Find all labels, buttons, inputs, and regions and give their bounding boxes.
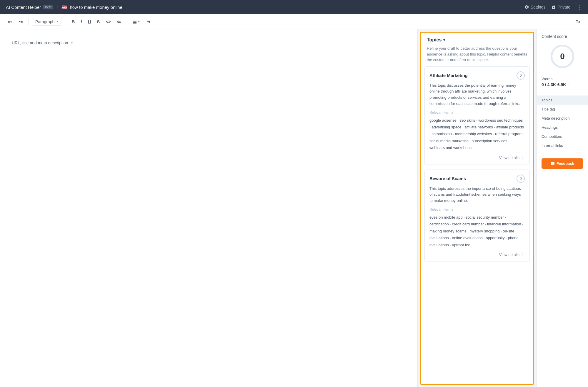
card-desc-1: This topic discusses the potential of ea… — [429, 83, 525, 107]
topics-panel: Topics ▾ Refine your draft to better add… — [420, 32, 534, 385]
card-header-2: Beware of Scams 0 — [429, 175, 525, 183]
redo-button[interactable] — [16, 18, 25, 25]
score-sidebar: Content score 0 Words 0 / 4.3K-6.9K ↑ To… — [537, 29, 588, 387]
card-title-2: Beware of Scams — [429, 176, 466, 181]
score-circle: 0 — [551, 45, 574, 68]
main-layout: URL, title and meta description Topics ▾… — [0, 29, 588, 387]
italic-button[interactable]: I — [79, 18, 84, 25]
editor-toolbar: Paragraph B I U S <> Tx — [0, 14, 588, 29]
relevant-terms-label-1: Relevant terms — [429, 110, 525, 115]
topics-chevron-icon: ▾ — [443, 38, 445, 42]
nav-item-internal-links[interactable]: Internal links — [537, 141, 588, 150]
undo-button[interactable] — [6, 18, 14, 25]
more-options-button[interactable]: ⋮ — [576, 4, 582, 11]
meta-bar-label: URL, title and meta description — [12, 41, 68, 45]
nav-item-title-tag[interactable]: Title tag — [537, 105, 588, 114]
lock-icon — [551, 5, 556, 9]
meta-bar[interactable]: URL, title and meta description — [12, 38, 406, 48]
topic-card-beware-scams: Beware of Scams 0 This topic addresses t… — [424, 170, 530, 262]
score-nav: Topics Title tag Meta description Headin… — [537, 92, 588, 154]
card-title-1: Affiliate Marketing — [429, 73, 468, 78]
nav-item-competitors[interactable]: Competitors — [537, 132, 588, 141]
card-header-1: Affiliate Marketing 0 — [429, 71, 525, 80]
chevron-right-icon-1 — [521, 155, 525, 160]
words-count: 0 / 4.3K-6.9K — [542, 82, 566, 87]
score-circle-wrapper: 0 — [537, 42, 588, 73]
topics-subtitle: Refine your draft to better address the … — [427, 46, 527, 66]
app-title: AI Content Helper — [6, 5, 41, 10]
bold-button[interactable]: B — [70, 18, 76, 25]
feedback-label: Feedback — [557, 161, 574, 166]
strikethrough-button[interactable]: S — [95, 18, 101, 25]
chevron-down-icon — [56, 20, 59, 24]
flag-icon: 🇺🇸 — [61, 4, 67, 10]
nav-item-topics[interactable]: Topics — [537, 96, 588, 105]
topics-header: Topics ▾ Refine your draft to better add… — [421, 33, 533, 66]
private-label: Private — [557, 5, 570, 9]
nav-item-meta-description[interactable]: Meta description — [537, 114, 588, 123]
private-button[interactable]: Private — [551, 5, 570, 9]
gear-icon — [524, 5, 529, 9]
topics-title-button[interactable]: Topics ▾ — [427, 37, 527, 43]
quote-button[interactable] — [145, 18, 153, 25]
link-button[interactable] — [115, 18, 123, 25]
align-button[interactable] — [131, 18, 142, 25]
relevant-terms-1: google adsense · seo skills · wordpress … — [429, 117, 525, 151]
nav-separator: / — [57, 4, 58, 10]
feedback-icon — [551, 162, 555, 166]
content-score-title: Content score — [537, 34, 588, 42]
topic-card-affiliate-marketing: Affiliate Marketing 0 This topic discuss… — [424, 66, 530, 165]
paragraph-select[interactable]: Paragraph — [32, 18, 62, 26]
settings-label: Settings — [531, 5, 546, 9]
relevant-terms-2: eyes:on mobile app · social security num… — [429, 214, 525, 248]
nav-left: AI Content Helper Beta / 🇺🇸 how to make … — [6, 4, 122, 10]
settings-button[interactable]: Settings — [524, 5, 546, 9]
words-section: Words 0 / 4.3K-6.9K ↑ — [537, 73, 588, 91]
toolbar-sep-3 — [127, 18, 127, 25]
editor-area[interactable]: URL, title and meta description — [0, 29, 417, 387]
view-details-1[interactable]: View details — [429, 155, 525, 160]
feedback-button[interactable]: Feedback — [542, 158, 583, 169]
clear-format-button[interactable]: Tx — [574, 18, 582, 25]
toolbar-sep-2 — [66, 18, 66, 25]
underline-button[interactable]: U — [86, 18, 93, 25]
view-details-2[interactable]: View details — [429, 252, 525, 257]
page-title: how to make money online — [70, 5, 122, 10]
chevron-right-icon-2 — [521, 252, 525, 257]
align-chevron-icon — [137, 20, 141, 24]
meta-chevron-icon — [70, 41, 74, 45]
card-score-1: 0 — [517, 71, 525, 80]
words-value: 0 / 4.3K-6.9K ↑ — [542, 82, 583, 87]
nav-right: Settings Private ⋮ — [524, 4, 582, 11]
card-desc-2: This topic addresses the importance of b… — [429, 186, 525, 204]
toolbar-right: Tx — [574, 18, 582, 25]
card-score-2: 0 — [517, 175, 525, 183]
words-label: Words — [542, 77, 583, 81]
right-panel: Topics ▾ Refine your draft to better add… — [417, 29, 588, 387]
nav-item-headings[interactable]: Headings — [537, 123, 588, 132]
top-nav: AI Content Helper Beta / 🇺🇸 how to make … — [0, 0, 588, 14]
beta-badge: Beta — [43, 5, 53, 9]
topics-title-text: Topics — [427, 37, 442, 43]
relevant-terms-label-2: Relevant terms — [429, 207, 525, 212]
toolbar-sep-1 — [28, 18, 29, 25]
paragraph-label: Paragraph — [35, 19, 54, 24]
code-button[interactable]: <> — [104, 18, 113, 25]
words-arrow-icon: ↑ — [567, 82, 569, 87]
